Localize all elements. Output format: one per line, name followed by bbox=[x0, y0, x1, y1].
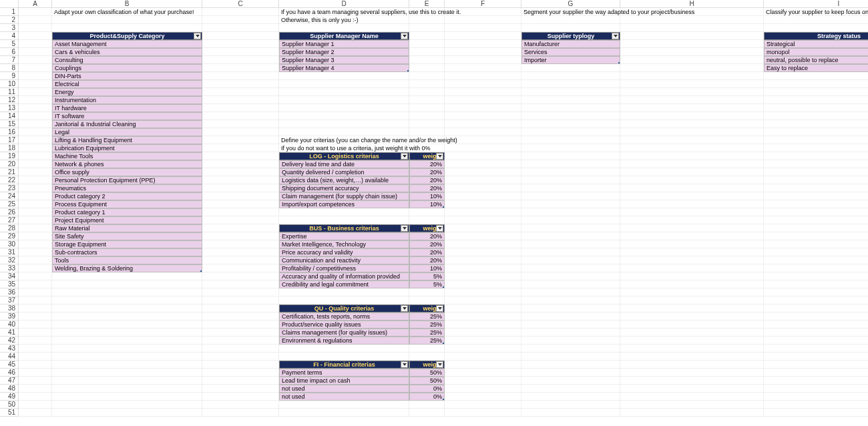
cell[interactable] bbox=[521, 184, 620, 192]
cell[interactable] bbox=[445, 176, 521, 184]
cell[interactable] bbox=[19, 136, 52, 144]
cell[interactable] bbox=[202, 329, 279, 337]
cell[interactable] bbox=[620, 240, 764, 248]
cell[interactable] bbox=[521, 104, 620, 112]
cell[interactable] bbox=[620, 385, 764, 393]
cell[interactable] bbox=[52, 280, 202, 288]
cell[interactable] bbox=[620, 104, 764, 112]
cell[interactable]: Classify your supplier to keep focus on … bbox=[764, 8, 868, 16]
cell[interactable] bbox=[764, 377, 868, 385]
cell[interactable] bbox=[764, 272, 868, 280]
row-header[interactable]: 35 bbox=[0, 280, 19, 288]
row-header[interactable]: 7 bbox=[0, 56, 19, 64]
cell[interactable] bbox=[620, 264, 764, 272]
cell[interactable] bbox=[202, 160, 279, 168]
cell[interactable] bbox=[764, 24, 868, 32]
cell[interactable] bbox=[19, 377, 52, 385]
column-header[interactable]: G bbox=[521, 0, 620, 8]
cell[interactable] bbox=[202, 136, 279, 144]
cell[interactable] bbox=[521, 304, 620, 312]
cell[interactable] bbox=[409, 40, 445, 48]
cell[interactable] bbox=[202, 24, 279, 32]
cell[interactable] bbox=[445, 64, 521, 72]
cell[interactable] bbox=[764, 401, 868, 409]
cell[interactable] bbox=[202, 224, 279, 232]
cell[interactable] bbox=[620, 361, 764, 369]
cell[interactable] bbox=[521, 288, 620, 296]
supplier-manager-header[interactable]: Supplier Manager Name bbox=[279, 32, 409, 40]
cell[interactable] bbox=[202, 176, 279, 184]
cell[interactable] bbox=[52, 353, 202, 361]
cell[interactable] bbox=[19, 369, 52, 377]
supplier-manager-item[interactable]: Supplier Manager 4 bbox=[279, 64, 409, 72]
cell[interactable] bbox=[52, 377, 202, 385]
row-header[interactable]: 48 bbox=[0, 385, 19, 393]
product-category-item[interactable]: Product category 2 bbox=[52, 192, 202, 200]
cell[interactable] bbox=[521, 321, 620, 329]
cell[interactable] bbox=[19, 224, 52, 232]
cell[interactable] bbox=[279, 120, 409, 128]
cell[interactable] bbox=[764, 232, 868, 240]
cell[interactable] bbox=[521, 96, 620, 104]
cell[interactable] bbox=[521, 361, 620, 369]
cell[interactable] bbox=[19, 144, 52, 152]
filter-dropdown-icon[interactable] bbox=[401, 33, 408, 39]
cell[interactable] bbox=[620, 80, 764, 88]
cell[interactable] bbox=[409, 345, 445, 353]
cell[interactable] bbox=[445, 369, 521, 377]
cell[interactable] bbox=[202, 80, 279, 88]
cell[interactable] bbox=[202, 200, 279, 208]
product-category-item[interactable]: Process Equipment bbox=[52, 200, 202, 208]
cell[interactable] bbox=[764, 184, 868, 192]
row-header[interactable]: 23 bbox=[0, 184, 19, 192]
cell[interactable] bbox=[445, 16, 521, 24]
product-category-item[interactable]: Instrumentation bbox=[52, 96, 202, 104]
criteria-item[interactable]: Product/service quality issues bbox=[279, 321, 409, 329]
row-header[interactable]: 1 bbox=[0, 8, 19, 16]
supplier-typology-item[interactable]: Manufacturer bbox=[521, 40, 620, 48]
cell[interactable] bbox=[19, 280, 52, 288]
row-header[interactable]: 46 bbox=[0, 369, 19, 377]
cell[interactable] bbox=[521, 16, 620, 24]
cell[interactable] bbox=[52, 296, 202, 304]
criteria-item[interactable]: Lead time impact on cash bbox=[279, 377, 409, 385]
cell[interactable] bbox=[52, 337, 202, 345]
cell[interactable] bbox=[52, 409, 202, 417]
row-header[interactable]: 4 bbox=[0, 32, 19, 40]
cell[interactable] bbox=[409, 128, 445, 136]
cell[interactable] bbox=[521, 72, 620, 80]
cell[interactable] bbox=[19, 240, 52, 248]
row-header[interactable]: 3 bbox=[0, 24, 19, 32]
cell[interactable] bbox=[764, 208, 868, 216]
cell[interactable] bbox=[445, 80, 521, 88]
cell[interactable] bbox=[521, 264, 620, 272]
cell[interactable] bbox=[19, 120, 52, 128]
cell[interactable] bbox=[19, 192, 52, 200]
criteria-weight[interactable]: 50% bbox=[409, 377, 445, 385]
product-category-item[interactable]: Electrical bbox=[52, 80, 202, 88]
product-category-item[interactable]: Lubrication Equipment bbox=[52, 144, 202, 152]
row-header[interactable]: 16 bbox=[0, 128, 19, 136]
row-header[interactable]: 36 bbox=[0, 288, 19, 296]
cell[interactable] bbox=[764, 304, 868, 312]
cell[interactable] bbox=[202, 128, 279, 136]
product-category-item[interactable]: IT hardware bbox=[52, 104, 202, 112]
cell[interactable] bbox=[445, 312, 521, 321]
cell[interactable] bbox=[52, 24, 202, 32]
cell[interactable] bbox=[521, 200, 620, 208]
cell[interactable] bbox=[19, 256, 52, 264]
cell[interactable] bbox=[279, 104, 409, 112]
cell[interactable] bbox=[521, 337, 620, 345]
row-header[interactable]: 49 bbox=[0, 393, 19, 401]
cell[interactable] bbox=[19, 104, 52, 112]
filter-dropdown-icon[interactable] bbox=[436, 153, 443, 160]
cell[interactable] bbox=[764, 88, 868, 96]
cell[interactable] bbox=[19, 288, 52, 296]
row-header[interactable]: 47 bbox=[0, 377, 19, 385]
cell[interactable] bbox=[521, 128, 620, 136]
cell[interactable] bbox=[620, 377, 764, 385]
cell[interactable] bbox=[19, 32, 52, 40]
cell[interactable] bbox=[764, 353, 868, 361]
cell[interactable] bbox=[445, 232, 521, 240]
cell[interactable]: Adapt your own classification of what yo… bbox=[52, 8, 202, 16]
